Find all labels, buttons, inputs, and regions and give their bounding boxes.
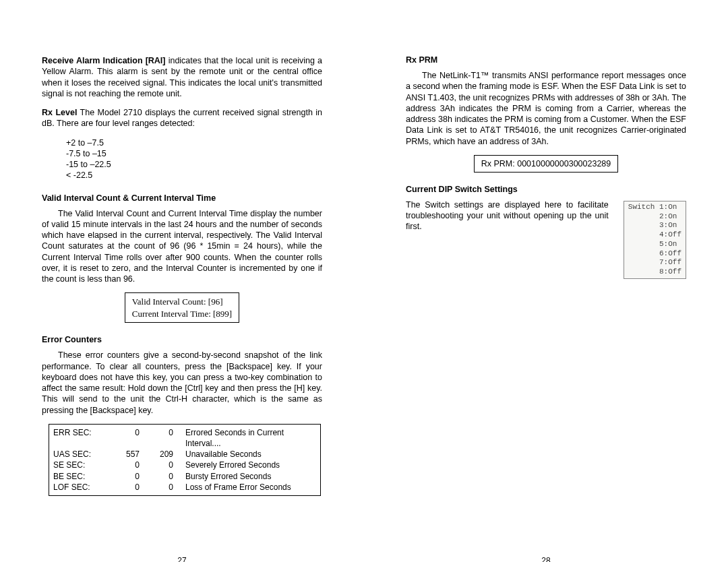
- text-rxlevel: The Model 2710 displays the current rece…: [42, 108, 322, 128]
- heading-dip-switch: Current DIP Switch Settings: [406, 185, 686, 194]
- interval-box: Valid Interval Count: [96] Current Inter…: [125, 292, 239, 323]
- level-range: -15 to –22.5: [66, 159, 322, 170]
- table-row: ERR SEC: 0 0 Errored Seconds in Current …: [53, 427, 316, 449]
- page-number-left: 27: [42, 556, 322, 562]
- page-left: Receive Alarm Indication [RAI] indicates…: [0, 55, 364, 562]
- table-row: SE SEC: 0 0 Severely Errored Seconds: [53, 460, 316, 470]
- dip-row: The Switch settings are displayed here t…: [406, 199, 686, 279]
- current-interval-time: Current Interval Time: [899]: [132, 308, 232, 320]
- table-row: LOF SEC: 0 0 Loss of Frame Error Seconds: [53, 482, 316, 493]
- level-range: +2 to –7.5: [66, 137, 322, 148]
- para-rai: Receive Alarm Indication [RAI] indicates…: [42, 55, 322, 99]
- table-row: UAS SEC: 557 209 Unavailable Seconds: [53, 449, 316, 460]
- page-number-right: 28: [406, 556, 686, 562]
- para-valid-interval: The Valid Interval Count and Current Int…: [42, 208, 322, 285]
- heading-valid-interval: Valid Interval Count & Current Interval …: [42, 193, 322, 203]
- runin-rai: Receive Alarm Indication [RAI]: [42, 56, 166, 65]
- table-row: BE SEC: 0 0 Bursty Errored Seconds: [53, 471, 316, 482]
- rx-prm-box: Rx PRM: 00010000000300023289: [474, 155, 619, 173]
- error-counter-table: ERR SEC: 0 0 Errored Seconds in Current …: [49, 424, 321, 496]
- para-rxlevel: Rx Level The Model 2710 displays the cur…: [42, 107, 322, 129]
- rx-level-ranges: +2 to –7.5 -7.5 to –15 -15 to –22.5 < -2…: [66, 137, 322, 181]
- heading-rx-prm: Rx PRM: [406, 55, 686, 65]
- para-dip-switch: The Switch settings are displayed here t…: [406, 199, 609, 232]
- valid-interval-count: Valid Interval Count: [96]: [132, 296, 232, 308]
- page-right: Rx PRM The NetLink-T1™ transmits ANSI pe…: [364, 55, 728, 562]
- dip-switch-display: Switch 1:On 2:On 3:On 4:Off 5:On 6:Off 7…: [624, 201, 686, 279]
- heading-error-counters: Error Counters: [42, 335, 322, 344]
- level-range: -7.5 to –15: [66, 148, 322, 159]
- level-range: < -22.5: [66, 170, 322, 181]
- para-rx-prm: The NetLink-T1™ transmits ANSI performan…: [406, 70, 686, 147]
- runin-rxlevel: Rx Level: [42, 108, 77, 117]
- para-error-counters: These error counters give a second-by-se…: [42, 350, 322, 416]
